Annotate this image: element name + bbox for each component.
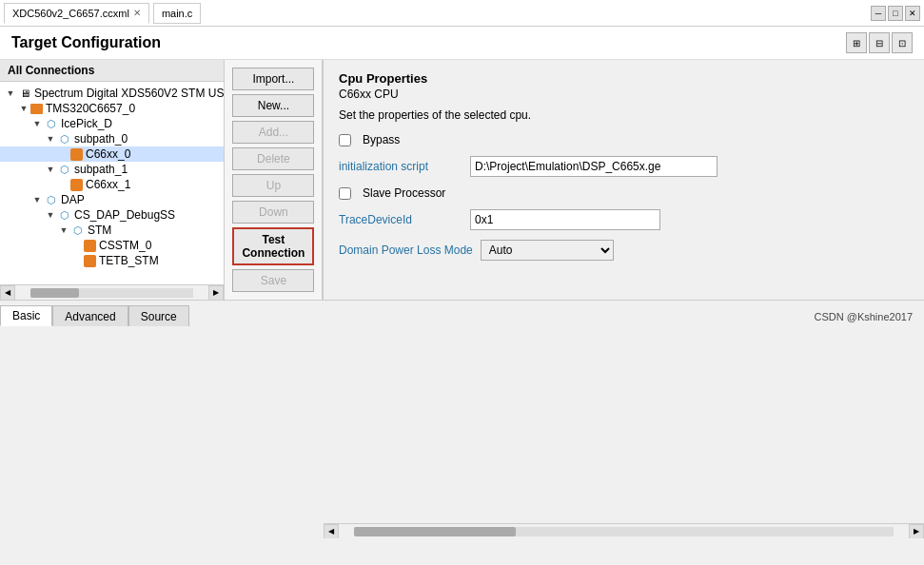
tree-node-csdap[interactable]: ▼ ⬡ CS_DAP_DebugSS bbox=[0, 207, 224, 223]
scroll-track[interactable] bbox=[30, 288, 193, 298]
bypass-checkbox[interactable] bbox=[339, 134, 351, 146]
scroll-left-arrow[interactable]: ◀ bbox=[0, 285, 15, 301]
tab-source[interactable]: Source bbox=[128, 305, 189, 326]
sub-icon-csdap: ⬡ bbox=[57, 208, 72, 222]
slave-processor-row: Slave Processor bbox=[339, 186, 909, 200]
orange-icon-c66xx1 bbox=[70, 179, 83, 191]
main-split-area: All Connections ▼ 🖥 Spectrum Digital XDS… bbox=[0, 60, 924, 300]
all-connections-header: All Connections bbox=[0, 60, 224, 82]
tree-node-tms[interactable]: ▼ TMS320C6657_0 bbox=[0, 101, 224, 116]
tab-basic[interactable]: Basic bbox=[0, 305, 52, 326]
tree-scrollbar[interactable]: ◀ ▶ bbox=[0, 284, 224, 300]
tree-node-csstm0[interactable]: CSSTM_0 bbox=[0, 238, 224, 253]
test-connection-button[interactable]: Test Connection bbox=[232, 227, 314, 265]
tab-basic-label: Basic bbox=[12, 309, 40, 322]
page-title: Target Configuration bbox=[11, 34, 161, 51]
node-label-c66xx1: C66xx_1 bbox=[86, 178, 130, 191]
status-text: CSDN @Kshine2017 bbox=[803, 307, 925, 326]
expander-3[interactable]: ▼ bbox=[30, 119, 44, 128]
bypass-label: Bypass bbox=[363, 133, 400, 146]
computer-icon: 🖥 bbox=[17, 87, 32, 100]
tree-node-spectrum[interactable]: ▼ 🖥 Spectrum Digital XDS560V2 STM US bbox=[0, 86, 224, 101]
scroll-right-arrow[interactable]: ▶ bbox=[208, 285, 224, 301]
left-top: All Connections ▼ 🖥 Spectrum Digital XDS… bbox=[0, 60, 323, 300]
node-label-sub0: subpath_0 bbox=[74, 132, 128, 146]
init-script-row: initialization script bbox=[339, 156, 909, 177]
node-label-stm: STM bbox=[88, 224, 111, 237]
init-script-link[interactable]: initialization script bbox=[339, 160, 462, 173]
close-btn[interactable]: ✕ bbox=[905, 6, 920, 21]
minimize-btn[interactable]: ─ bbox=[871, 6, 886, 21]
title-bar: XDC560v2_C6657.ccxml ✕ main.c ─ □ ✕ bbox=[0, 0, 924, 27]
tree-node-icepick[interactable]: ▼ ⬡ IcePick_D bbox=[0, 116, 224, 131]
node-label-csdap: CS_DAP_DebugSS bbox=[74, 208, 175, 222]
window-controls: ─ □ ✕ bbox=[871, 6, 920, 21]
node-label-tms: TMS320C6657_0 bbox=[46, 102, 135, 115]
tree-node-tetbstm[interactable]: TETB_STM bbox=[0, 253, 224, 268]
expander-6[interactable]: ▼ bbox=[44, 165, 57, 174]
delete-button[interactable]: Delete bbox=[232, 147, 314, 170]
trace-device-input[interactable] bbox=[470, 209, 660, 230]
domain-power-link[interactable]: Domain Power Loss Mode bbox=[339, 244, 473, 257]
layout-icon-2[interactable]: ⊟ bbox=[869, 32, 890, 53]
sub-icon-icepick: ⬡ bbox=[44, 117, 59, 130]
editor-tab-2[interactable]: main.c bbox=[153, 3, 201, 24]
domain-power-select[interactable]: Auto Manual None bbox=[481, 240, 614, 261]
tree-node-subpath1[interactable]: ▼ ⬡ subpath_1 bbox=[0, 162, 224, 177]
tab-advanced-label: Advanced bbox=[65, 310, 115, 323]
cpu-subtitle: C66xx CPU bbox=[339, 88, 909, 101]
node-label-dap: DAP bbox=[61, 193, 85, 206]
orange-icon-csstm0 bbox=[84, 240, 96, 252]
action-buttons-panel: Import... New... Add... Delete Up Down T… bbox=[225, 60, 323, 300]
node-label-csstm0: CSSTM_0 bbox=[99, 239, 151, 252]
toolbar-icons: ⊞ ⊟ ⊡ bbox=[846, 32, 913, 53]
init-script-input[interactable] bbox=[470, 156, 718, 177]
tree-node-stm[interactable]: ▼ ⬡ STM bbox=[0, 223, 224, 238]
tree-node-c66xx0[interactable]: C66xx_0 bbox=[0, 146, 224, 162]
sub-icon-sub1: ⬡ bbox=[57, 163, 72, 176]
expander-10[interactable]: ▼ bbox=[57, 225, 70, 235]
tab1-label: XDC560v2_C6657.ccxml bbox=[12, 8, 129, 19]
chip-icon-tms bbox=[30, 104, 43, 114]
orange-icon-c66xx0 bbox=[70, 148, 83, 161]
new-button[interactable]: New... bbox=[232, 94, 314, 117]
sub-icon-sub0: ⬡ bbox=[57, 132, 72, 146]
page-title-bar: Target Configuration ⊞ ⊟ ⊡ bbox=[0, 27, 924, 60]
down-button[interactable]: Down bbox=[232, 201, 314, 224]
tab1-close[interactable]: ✕ bbox=[133, 8, 141, 18]
trace-device-link[interactable]: TraceDeviceId bbox=[339, 213, 462, 226]
expander-2[interactable]: ▼ bbox=[17, 104, 30, 113]
layout-icon-1[interactable]: ⊞ bbox=[846, 32, 867, 53]
tree-area[interactable]: ▼ 🖥 Spectrum Digital XDS560V2 STM US ▼ T… bbox=[0, 82, 224, 284]
add-button[interactable]: Add... bbox=[232, 121, 314, 144]
tree-node-subpath0[interactable]: ▼ ⬡ subpath_0 bbox=[0, 131, 224, 146]
node-label-c66xx0: C66xx_0 bbox=[86, 147, 130, 161]
expander-9[interactable]: ▼ bbox=[44, 210, 57, 220]
bypass-row: Bypass bbox=[339, 133, 909, 146]
tree-node-dap[interactable]: ▼ ⬡ DAP bbox=[0, 192, 224, 207]
tab-source-label: Source bbox=[141, 310, 177, 323]
cpu-desc: Set the properties of the selected cpu. bbox=[339, 108, 909, 122]
editor-tab-1[interactable]: XDC560v2_C6657.ccxml ✕ bbox=[4, 3, 149, 24]
maximize-btn[interactable]: □ bbox=[888, 6, 903, 21]
expander-4[interactable]: ▼ bbox=[44, 134, 57, 144]
node-label-spectrum: Spectrum Digital XDS560V2 STM US bbox=[34, 87, 224, 100]
sub-icon-dap: ⬡ bbox=[44, 193, 59, 206]
tree-panel: All Connections ▼ 🖥 Spectrum Digital XDS… bbox=[0, 60, 225, 300]
right-panel: Cpu Properties C66xx CPU Set the propert… bbox=[324, 60, 924, 300]
tree-node-c66xx1[interactable]: C66xx_1 bbox=[0, 177, 224, 192]
tab-advanced[interactable]: Advanced bbox=[52, 305, 128, 326]
expander-1[interactable]: ▼ bbox=[4, 88, 17, 98]
slave-processor-checkbox[interactable] bbox=[339, 187, 351, 200]
up-button[interactable]: Up bbox=[232, 174, 314, 197]
bottom-tabs: Basic Advanced Source CSDN @Kshine2017 bbox=[0, 300, 924, 326]
layout-icon-3[interactable]: ⊡ bbox=[892, 32, 913, 53]
save-button[interactable]: Save bbox=[232, 269, 314, 292]
node-label-sub1: subpath_1 bbox=[74, 163, 128, 176]
left-section: All Connections ▼ 🖥 Spectrum Digital XDS… bbox=[0, 60, 324, 300]
tab2-label: main.c bbox=[162, 8, 192, 19]
orange-icon-tetbstm bbox=[84, 255, 96, 267]
expander-8[interactable]: ▼ bbox=[30, 195, 44, 205]
import-button[interactable]: Import... bbox=[232, 68, 314, 90]
scroll-thumb bbox=[30, 288, 79, 298]
